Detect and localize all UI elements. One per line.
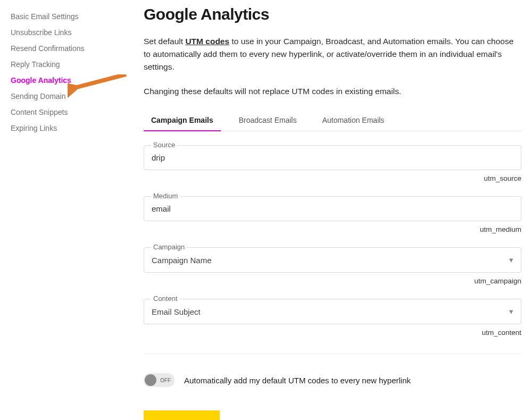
sidebar-item-resend-confirmations[interactable]: Resend Confirmations <box>11 40 112 56</box>
medium-label: Medium <box>151 192 180 200</box>
auto-utm-toggle[interactable]: OFF <box>144 373 174 387</box>
medium-field: Medium utm_medium <box>144 196 521 233</box>
sidebar-item-content-snippets[interactable]: Content Snippets <box>11 104 112 120</box>
content-field: Content Email Subject ▾ utm_content <box>144 299 521 337</box>
chevron-down-icon: ▾ <box>509 307 513 316</box>
sidebar-item-expiring-links[interactable]: Expiring Links <box>11 120 112 136</box>
sidebar-item-reply-tracking[interactable]: Reply Tracking <box>11 56 112 72</box>
source-label: Source <box>151 141 177 149</box>
utm-codes-link[interactable]: UTM codes <box>185 37 229 46</box>
medium-input[interactable] <box>144 196 521 221</box>
email-type-tabs: Campaign Emails Broadcast Emails Automat… <box>144 110 521 131</box>
campaign-select[interactable]: Campaign Name ▾ <box>144 247 521 273</box>
sidebar-item-unsubscribe-links[interactable]: Unsubscribe Links <box>11 24 112 40</box>
tab-broadcast-emails[interactable]: Broadcast Emails <box>239 110 297 131</box>
campaign-field: Campaign Campaign Name ▾ utm_campaign <box>144 247 521 285</box>
content-select-value: Email Subject <box>152 307 201 316</box>
content-label: Content <box>151 295 180 303</box>
toggle-state-label: OFF <box>160 377 171 383</box>
campaign-select-value: Campaign Name <box>152 256 212 265</box>
campaign-helper: utm_campaign <box>144 277 521 285</box>
settings-sidebar: Basic Email Settings Unsubscribe Links R… <box>0 0 112 420</box>
page-description: Set default UTM codes to use in your Cam… <box>144 35 521 73</box>
sidebar-item-google-analytics[interactable]: Google Analytics <box>11 72 112 88</box>
toggle-knob <box>145 374 156 386</box>
source-field: Source utm_source <box>144 145 521 182</box>
source-input[interactable] <box>144 145 521 170</box>
main-panel: Google Analytics Set default UTM codes t… <box>112 0 532 420</box>
chevron-down-icon: ▾ <box>509 255 513 265</box>
page-title: Google Analytics <box>144 5 521 23</box>
source-helper: utm_source <box>144 174 521 182</box>
medium-helper: utm_medium <box>144 225 521 233</box>
campaign-label: Campaign <box>151 243 187 251</box>
auto-utm-toggle-row: OFF Automatically add my default UTM cod… <box>144 354 521 387</box>
tab-automation-emails[interactable]: Automation Emails <box>322 110 385 131</box>
sidebar-item-basic-email-settings[interactable]: Basic Email Settings <box>11 9 112 24</box>
sidebar-item-sending-domain[interactable]: Sending Domain <box>11 88 112 104</box>
tab-campaign-emails[interactable]: Campaign Emails <box>151 110 213 131</box>
content-select[interactable]: Email Subject ▾ <box>144 299 521 324</box>
auto-utm-toggle-label: Automatically add my default UTM codes t… <box>184 376 411 385</box>
page-note: Changing these defaults will not replace… <box>144 85 521 98</box>
content-helper: utm_content <box>144 329 521 337</box>
save-settings-button[interactable]: Save Settings <box>144 410 220 420</box>
